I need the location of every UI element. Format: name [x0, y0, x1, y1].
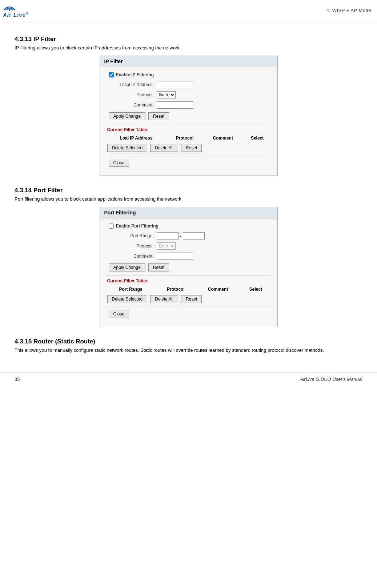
- port-filter-table-header-row: Port Range Protocol Comment Select: [106, 286, 272, 293]
- ip-filter-table-reset-btn[interactable]: Reset: [181, 144, 202, 152]
- ip-filter-divider: [106, 124, 272, 124]
- port-range-separator: -: [180, 233, 181, 239]
- ip-filter-col-comment: Comment: [203, 134, 243, 142]
- ip-filter-table: Loal IP Address Protocol Comment Select: [106, 134, 272, 142]
- port-filter-delete-all-btn[interactable]: Delete All: [150, 295, 178, 303]
- ip-filter-table-label: Current Filter Table:: [106, 127, 272, 132]
- port-filter-col-protocol: Protocol: [156, 286, 196, 293]
- port-filter-panel-title: Port Filtering: [100, 207, 277, 218]
- footer-brand: AirLive G.DUO User's Manual: [300, 376, 362, 382]
- port-filter-title-text: 4.3.14 Port Filter: [15, 187, 63, 194]
- port-filter-col-comment: Comment: [196, 286, 240, 293]
- ip-filter-reset-btn[interactable]: Reset: [148, 112, 169, 120]
- ip-filter-close-btn[interactable]: Close: [109, 159, 129, 167]
- port-filter-enable-label: Enable Port Filtering: [116, 223, 159, 229]
- ip-filter-close-row: Close: [106, 159, 272, 167]
- ip-filter-protocol-label: Protocol:: [113, 92, 157, 97]
- port-filter-comment-input[interactable]: [157, 253, 193, 260]
- port-filter-btn-row: Apply Change Reset: [106, 263, 272, 271]
- port-filter-col-select: Select: [240, 286, 272, 293]
- ip-filter-table-header-row: Loal IP Address Protocol Comment Select: [106, 134, 272, 142]
- ip-filter-delete-selected-btn[interactable]: Delete Selected: [107, 144, 148, 152]
- port-filter-close-row: Close: [106, 310, 272, 318]
- ip-filter-section-title: 4.3.13 IP Filter: [15, 36, 362, 43]
- port-filter-protocol-label: Protocol:: [113, 243, 157, 249]
- router-static-title-text: 4.3.15 Router (Static Route): [15, 338, 95, 345]
- ip-filter-btn-row: Apply Change Reset: [106, 112, 272, 120]
- port-filter-port-range-label: Port Range:: [113, 233, 157, 238]
- port-filter-col-range: Port Range: [106, 286, 156, 293]
- ip-filter-table-btn-row: Delete Selected Delete All Reset: [106, 144, 272, 152]
- port-filter-close-btn[interactable]: Close: [109, 310, 129, 318]
- ip-filter-title-text: 4.3.13 IP Filter: [15, 36, 56, 43]
- port-filter-panel-body: Enable Port Filtering Port Range: - Prot…: [100, 218, 277, 327]
- ip-filter-apply-btn[interactable]: Apply Change: [109, 112, 145, 120]
- router-static-desc: This allows you to manually configure st…: [15, 347, 362, 353]
- ip-filter-panel-title: IP Filter: [100, 56, 277, 67]
- port-filter-enable-checkbox[interactable]: [109, 223, 114, 229]
- footer-page-number: 35: [15, 376, 20, 382]
- port-filter-delete-selected-btn[interactable]: Delete Selected: [107, 295, 148, 303]
- port-filter-panel: Port Filtering Enable Port Filtering Por…: [100, 207, 278, 327]
- ip-filter-panel: IP Filter Enable IP Filtering Local IP A…: [100, 56, 278, 176]
- ip-filter-enable-checkbox[interactable]: [109, 72, 114, 77]
- port-filter-protocol-row: Protocol: Both TCP UDP: [106, 242, 272, 250]
- port-filter-comment-row: Comment:: [106, 253, 272, 260]
- ip-filter-delete-all-btn[interactable]: Delete All: [150, 144, 178, 152]
- ip-filter-local-ip-label: Local IP Address:: [113, 82, 157, 87]
- ip-filter-enable-row: Enable IP Filtering: [106, 72, 272, 77]
- port-filter-divider2: [106, 306, 272, 306]
- port-filter-section-title: 4.3.14 Port Filter: [15, 187, 362, 194]
- port-filter-desc: Port filtering allows you to block certa…: [15, 196, 362, 202]
- logo-text: Air Live®: [3, 12, 29, 18]
- ip-filter-panel-body: Enable IP Filtering Local IP Address: Pr…: [100, 67, 277, 176]
- ip-filter-col-protocol: Protocol: [167, 134, 203, 142]
- ip-filter-local-ip-row: Local IP Address:: [106, 81, 272, 88]
- ip-filter-col-select: Select: [243, 134, 272, 142]
- port-filter-table-reset-btn[interactable]: Reset: [181, 295, 202, 303]
- main-content: 4.3.13 IP Filter IP filtering allows you…: [0, 21, 377, 365]
- page-footer: 35 AirLive G.DUO User's Manual: [0, 372, 377, 386]
- logo: Air Live®: [3, 3, 29, 18]
- svg-point-0: [9, 9, 11, 11]
- port-filter-table: Port Range Protocol Comment Select: [106, 286, 272, 293]
- ip-filter-local-ip-input[interactable]: [157, 81, 193, 88]
- page-header: Air Live® 4. WISP + AP Mode: [0, 0, 377, 21]
- port-filter-port-range-row: Port Range: -: [106, 232, 272, 239]
- ip-filter-divider2: [106, 155, 272, 155]
- ip-filter-col-ip: Loal IP Address: [106, 134, 167, 142]
- port-filter-reset-btn[interactable]: Reset: [148, 263, 169, 271]
- mode-label: 4. WISP + AP Mode: [326, 8, 371, 13]
- ip-filter-comment-row: Comment:: [106, 101, 272, 109]
- ip-filter-enable-label: Enable IP Filtering: [116, 72, 154, 77]
- ip-filter-comment-label: Comment:: [113, 102, 157, 108]
- port-filter-protocol-select[interactable]: Both TCP UDP: [157, 242, 176, 250]
- ip-filter-protocol-select[interactable]: Both TCP UDP: [157, 91, 176, 98]
- port-filter-port-from-input[interactable]: [157, 232, 179, 239]
- port-filter-comment-label: Comment:: [113, 254, 157, 259]
- ip-filter-comment-input[interactable]: [157, 101, 193, 109]
- signal-icon: [3, 3, 16, 12]
- port-filter-divider: [106, 275, 272, 275]
- port-filter-port-to-input[interactable]: [183, 232, 205, 239]
- router-static-title: 4.3.15 Router (Static Route): [15, 338, 362, 345]
- router-static-section: 4.3.15 Router (Static Route) This allows…: [15, 338, 362, 353]
- port-filter-table-btn-row: Delete Selected Delete All Reset: [106, 295, 272, 303]
- ip-filter-desc: IP filtering allows you to block certain…: [15, 45, 362, 51]
- port-filter-table-label: Current Filter Table:: [106, 278, 272, 283]
- ip-filter-protocol-row: Protocol: Both TCP UDP: [106, 91, 272, 98]
- port-filter-apply-btn[interactable]: Apply Change: [109, 263, 145, 271]
- port-filter-enable-row: Enable Port Filtering: [106, 223, 272, 229]
